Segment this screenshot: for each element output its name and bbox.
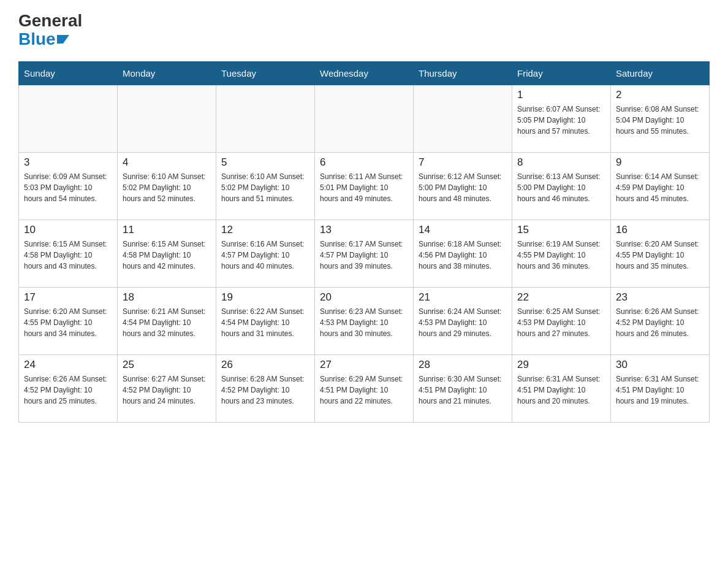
calendar-cell: 13Sunrise: 6:17 AM Sunset: 4:57 PM Dayli… [315,220,414,288]
calendar-cell [414,85,512,153]
day-number: 10 [24,224,112,236]
day-detail: Sunrise: 6:15 AM Sunset: 4:58 PM Dayligh… [123,239,211,272]
calendar-cell: 22Sunrise: 6:25 AM Sunset: 4:53 PM Dayli… [512,288,611,355]
calendar-cell: 23Sunrise: 6:26 AM Sunset: 4:52 PM Dayli… [611,288,710,355]
calendar-table: SundayMondayTuesdayWednesdayThursdayFrid… [18,61,710,423]
day-detail: Sunrise: 6:26 AM Sunset: 4:52 PM Dayligh… [616,306,704,339]
day-number: 6 [320,156,408,169]
calendar-week-row: 1Sunrise: 6:07 AM Sunset: 5:05 PM Daylig… [19,85,710,153]
day-detail: Sunrise: 6:25 AM Sunset: 4:53 PM Dayligh… [517,306,605,339]
day-header-sunday: Sunday [19,62,118,85]
calendar-cell: 8Sunrise: 6:13 AM Sunset: 5:00 PM Daylig… [512,153,611,220]
logo: General Blue [18,12,82,49]
day-number: 5 [221,156,309,169]
day-detail: Sunrise: 6:14 AM Sunset: 4:59 PM Dayligh… [616,171,704,204]
day-number: 14 [419,224,507,236]
day-detail: Sunrise: 6:09 AM Sunset: 5:03 PM Dayligh… [24,171,112,204]
calendar-cell: 6Sunrise: 6:11 AM Sunset: 5:01 PM Daylig… [315,153,414,220]
day-number: 30 [616,359,704,371]
logo-blue-text: Blue [18,29,69,49]
calendar-cell: 5Sunrise: 6:10 AM Sunset: 5:02 PM Daylig… [216,153,315,220]
calendar-cell: 19Sunrise: 6:22 AM Sunset: 4:54 PM Dayli… [216,288,315,355]
day-number: 8 [517,156,605,169]
calendar-cell: 24Sunrise: 6:26 AM Sunset: 4:52 PM Dayli… [19,355,118,423]
calendar-cell: 16Sunrise: 6:20 AM Sunset: 4:55 PM Dayli… [611,220,710,288]
day-number: 15 [517,224,605,236]
calendar-cell: 18Sunrise: 6:21 AM Sunset: 4:54 PM Dayli… [118,288,216,355]
day-header-tuesday: Tuesday [216,62,315,85]
calendar-cell: 4Sunrise: 6:10 AM Sunset: 5:02 PM Daylig… [118,153,216,220]
day-detail: Sunrise: 6:17 AM Sunset: 4:57 PM Dayligh… [320,239,408,272]
day-detail: Sunrise: 6:29 AM Sunset: 4:51 PM Dayligh… [320,373,408,407]
day-number: 26 [221,359,309,371]
calendar-week-row: 17Sunrise: 6:20 AM Sunset: 4:55 PM Dayli… [19,288,710,355]
day-detail: Sunrise: 6:10 AM Sunset: 5:02 PM Dayligh… [221,171,309,204]
calendar-week-row: 10Sunrise: 6:15 AM Sunset: 4:58 PM Dayli… [19,220,710,288]
calendar-cell: 26Sunrise: 6:28 AM Sunset: 4:52 PM Dayli… [216,355,315,423]
day-number: 3 [24,156,112,169]
day-number: 7 [419,156,507,169]
calendar-cell: 28Sunrise: 6:30 AM Sunset: 4:51 PM Dayli… [414,355,512,423]
day-number: 21 [419,291,507,304]
calendar-cell: 29Sunrise: 6:31 AM Sunset: 4:51 PM Dayli… [512,355,611,423]
logo-general-text: General [18,12,82,29]
day-detail: Sunrise: 6:15 AM Sunset: 4:58 PM Dayligh… [24,239,112,272]
day-number: 23 [616,291,704,304]
calendar-cell: 1Sunrise: 6:07 AM Sunset: 5:05 PM Daylig… [512,85,611,153]
page-header: General Blue [18,12,710,49]
day-detail: Sunrise: 6:31 AM Sunset: 4:51 PM Dayligh… [616,373,704,407]
day-header-wednesday: Wednesday [315,62,414,85]
calendar-week-row: 24Sunrise: 6:26 AM Sunset: 4:52 PM Dayli… [19,355,710,423]
day-detail: Sunrise: 6:22 AM Sunset: 4:54 PM Dayligh… [221,306,309,339]
day-detail: Sunrise: 6:11 AM Sunset: 5:01 PM Dayligh… [320,171,408,204]
calendar-cell [19,85,118,153]
day-number: 1 [517,89,605,101]
day-detail: Sunrise: 6:20 AM Sunset: 4:55 PM Dayligh… [24,306,112,339]
day-header-saturday: Saturday [611,62,710,85]
day-detail: Sunrise: 6:30 AM Sunset: 4:51 PM Dayligh… [419,373,507,407]
calendar-cell: 21Sunrise: 6:24 AM Sunset: 4:53 PM Dayli… [414,288,512,355]
calendar-cell: 9Sunrise: 6:14 AM Sunset: 4:59 PM Daylig… [611,153,710,220]
day-detail: Sunrise: 6:27 AM Sunset: 4:52 PM Dayligh… [123,373,211,407]
day-number: 25 [123,359,211,371]
day-detail: Sunrise: 6:08 AM Sunset: 5:04 PM Dayligh… [616,104,704,137]
calendar-cell: 30Sunrise: 6:31 AM Sunset: 4:51 PM Dayli… [611,355,710,423]
day-detail: Sunrise: 6:21 AM Sunset: 4:54 PM Dayligh… [123,306,211,339]
day-number: 2 [616,89,704,101]
day-detail: Sunrise: 6:07 AM Sunset: 5:05 PM Dayligh… [517,104,605,137]
day-number: 27 [320,359,408,371]
calendar-cell: 11Sunrise: 6:15 AM Sunset: 4:58 PM Dayli… [118,220,216,288]
day-number: 19 [221,291,309,304]
calendar-cell: 17Sunrise: 6:20 AM Sunset: 4:55 PM Dayli… [19,288,118,355]
day-number: 11 [123,224,211,236]
calendar-cell: 20Sunrise: 6:23 AM Sunset: 4:53 PM Dayli… [315,288,414,355]
day-detail: Sunrise: 6:19 AM Sunset: 4:55 PM Dayligh… [517,239,605,272]
day-detail: Sunrise: 6:20 AM Sunset: 4:55 PM Dayligh… [616,239,704,272]
calendar-cell: 15Sunrise: 6:19 AM Sunset: 4:55 PM Dayli… [512,220,611,288]
day-number: 16 [616,224,704,236]
calendar-cell: 2Sunrise: 6:08 AM Sunset: 5:04 PM Daylig… [611,85,710,153]
logo-triangle-icon [57,35,69,44]
calendar-cell: 10Sunrise: 6:15 AM Sunset: 4:58 PM Dayli… [19,220,118,288]
day-detail: Sunrise: 6:12 AM Sunset: 5:00 PM Dayligh… [419,171,507,204]
day-number: 9 [616,156,704,169]
day-number: 4 [123,156,211,169]
calendar-cell: 25Sunrise: 6:27 AM Sunset: 4:52 PM Dayli… [118,355,216,423]
day-number: 13 [320,224,408,236]
day-detail: Sunrise: 6:16 AM Sunset: 4:57 PM Dayligh… [221,239,309,272]
day-number: 17 [24,291,112,304]
day-number: 29 [517,359,605,371]
day-number: 18 [123,291,211,304]
calendar-cell: 14Sunrise: 6:18 AM Sunset: 4:56 PM Dayli… [414,220,512,288]
day-number: 22 [517,291,605,304]
calendar-cell [315,85,414,153]
day-number: 20 [320,291,408,304]
day-number: 28 [419,359,507,371]
calendar-cell [118,85,216,153]
calendar-cell: 12Sunrise: 6:16 AM Sunset: 4:57 PM Dayli… [216,220,315,288]
day-number: 12 [221,224,309,236]
day-detail: Sunrise: 6:10 AM Sunset: 5:02 PM Dayligh… [123,171,211,204]
day-detail: Sunrise: 6:31 AM Sunset: 4:51 PM Dayligh… [517,373,605,407]
calendar-cell: 7Sunrise: 6:12 AM Sunset: 5:00 PM Daylig… [414,153,512,220]
day-header-friday: Friday [512,62,611,85]
